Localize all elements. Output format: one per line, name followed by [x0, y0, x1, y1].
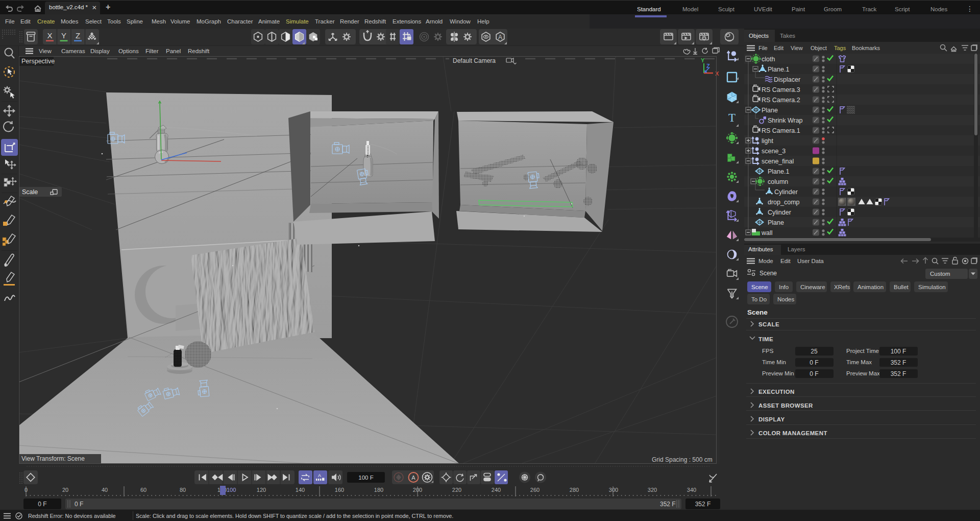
svg-text:100 F: 100 F — [891, 348, 906, 355]
svg-text:cloth: cloth — [762, 56, 775, 63]
svg-text:X: X — [47, 31, 52, 40]
svg-text:352 F: 352 F — [695, 501, 711, 508]
svg-text:Y: Y — [701, 57, 705, 63]
svg-text:ASSET BROWSER: ASSET BROWSER — [758, 402, 813, 409]
svg-text:0 F: 0 F — [810, 370, 818, 377]
svg-text:FPS: FPS — [762, 348, 774, 354]
svg-text:X: X — [715, 70, 719, 77]
svg-text:Displacer: Displacer — [774, 76, 800, 83]
svg-text:25: 25 — [811, 348, 818, 355]
svg-text:Info: Info — [779, 284, 789, 290]
svg-text:Preview Max: Preview Max — [846, 370, 880, 376]
svg-text:Scale: Scale — [22, 188, 38, 196]
svg-text:Y: Y — [61, 31, 66, 40]
svg-text:Redshift: Redshift — [188, 48, 210, 54]
svg-text:View Transform: Scene: View Transform: Scene — [21, 455, 85, 462]
svg-text:Default Camera: Default Camera — [453, 57, 496, 64]
svg-text:Time Min: Time Min — [762, 359, 786, 365]
svg-text:Scene: Scene — [747, 309, 768, 316]
svg-text:Edit: Edit — [774, 45, 783, 51]
svg-text:XRefs: XRefs — [834, 284, 850, 290]
svg-text:Plane.1: Plane.1 — [768, 168, 789, 175]
svg-text:Time Max: Time Max — [846, 359, 872, 365]
svg-text:60: 60 — [140, 487, 146, 493]
svg-text:0 F: 0 F — [38, 501, 46, 508]
svg-text:140: 140 — [296, 487, 305, 493]
svg-text:RS Camera.2: RS Camera.2 — [762, 97, 800, 104]
svg-text:A: A — [498, 34, 502, 41]
svg-text:A: A — [318, 473, 321, 478]
svg-text:SCALE: SCALE — [758, 321, 779, 327]
svg-text:352 F: 352 F — [660, 501, 676, 508]
svg-text:wall: wall — [761, 229, 773, 236]
svg-text:260: 260 — [530, 487, 540, 493]
svg-text:0 F: 0 F — [75, 501, 83, 508]
svg-text:T: T — [728, 111, 736, 124]
svg-text:Scene: Scene — [751, 284, 768, 290]
svg-text:Tags: Tags — [834, 45, 846, 51]
svg-text:Cylinder: Cylinder — [774, 188, 798, 196]
svg-text:drop_comp: drop_comp — [768, 199, 800, 206]
svg-text:light: light — [762, 137, 773, 145]
svg-text:Bookmarks: Bookmarks — [852, 45, 880, 51]
svg-text:Z: Z — [706, 63, 710, 69]
svg-text:Objects: Objects — [749, 33, 769, 39]
svg-text:scene_3: scene_3 — [762, 148, 786, 155]
svg-text:352 F: 352 F — [891, 370, 906, 377]
svg-text:Plane: Plane — [762, 107, 778, 114]
svg-text:220: 220 — [452, 487, 461, 493]
svg-text:Cylinder: Cylinder — [768, 209, 791, 216]
svg-text:Project Time: Project Time — [846, 348, 879, 354]
svg-text:Edit: Edit — [780, 258, 791, 264]
svg-text:scene_final: scene_final — [762, 158, 794, 165]
svg-text:File: File — [758, 45, 768, 51]
svg-text:120: 120 — [257, 487, 266, 493]
svg-text:Options: Options — [118, 48, 139, 54]
svg-text:80: 80 — [180, 487, 186, 493]
svg-text:Bullet: Bullet — [894, 284, 909, 290]
svg-text:TIME: TIME — [758, 336, 773, 342]
svg-text:Layers: Layers — [788, 246, 805, 252]
svg-text:320: 320 — [648, 487, 657, 493]
svg-text:Display: Display — [90, 48, 110, 54]
svg-text:column: column — [768, 178, 788, 185]
svg-text:Plane.1: Plane.1 — [768, 66, 789, 73]
svg-text:300: 300 — [609, 487, 618, 493]
svg-text:Object: Object — [811, 45, 827, 51]
svg-text:COLOR MANAGEMENT: COLOR MANAGEMENT — [758, 430, 827, 436]
svg-text:Filter: Filter — [145, 48, 159, 54]
svg-text:Mode: Mode — [758, 258, 773, 264]
svg-text:Cameras: Cameras — [61, 48, 85, 54]
svg-text:Takes: Takes — [780, 33, 795, 39]
svg-text:A: A — [411, 475, 415, 481]
svg-text:Animation: Animation — [857, 284, 884, 290]
svg-text:Attributes: Attributes — [748, 246, 773, 252]
svg-text:RS Camera.1: RS Camera.1 — [762, 127, 800, 134]
svg-text:Scene: Scene — [760, 270, 777, 277]
svg-text:Plane: Plane — [768, 219, 784, 226]
svg-text:Preview Min: Preview Min — [762, 370, 794, 376]
svg-text:Nodes: Nodes — [777, 296, 794, 302]
svg-text:Perspective: Perspective — [21, 58, 55, 65]
svg-text:240: 240 — [492, 487, 501, 493]
svg-text:352 F: 352 F — [891, 359, 906, 366]
svg-text:Panel: Panel — [166, 48, 181, 54]
svg-text:100 F: 100 F — [358, 475, 373, 481]
svg-text:340: 340 — [687, 487, 696, 493]
svg-text:User Data: User Data — [797, 258, 824, 264]
svg-text:View: View — [39, 48, 52, 54]
svg-text:Custom: Custom — [930, 271, 950, 277]
svg-text:180: 180 — [374, 487, 383, 493]
svg-text:0 F: 0 F — [810, 359, 818, 366]
svg-text:View: View — [791, 45, 803, 51]
svg-text:280: 280 — [570, 487, 579, 493]
svg-text:100: 100 — [227, 487, 236, 493]
svg-text:RS Camera.3: RS Camera.3 — [762, 86, 800, 93]
svg-text:160: 160 — [335, 487, 344, 493]
svg-text:EXECUTION: EXECUTION — [758, 389, 795, 395]
svg-text:Grid Spacing : 500 cm: Grid Spacing : 500 cm — [652, 456, 713, 463]
svg-text:20: 20 — [62, 487, 68, 493]
svg-text:To Do: To Do — [751, 296, 767, 302]
svg-text:DISPLAY: DISPLAY — [758, 416, 785, 422]
svg-text:Shrink Wrap: Shrink Wrap — [768, 117, 803, 124]
